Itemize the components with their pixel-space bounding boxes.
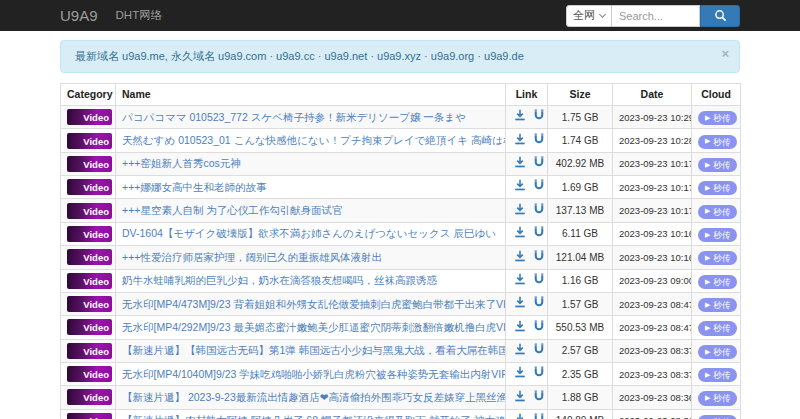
download-icon[interactable] xyxy=(514,273,526,289)
category-badge-video[interactable]: Video xyxy=(67,156,112,172)
cloud-instant-upload-button[interactable]: ▶ 秒传 xyxy=(698,368,737,382)
torrent-name-link[interactable]: 无水印[MP4/292M]9/23 最美媚态蜜汁嫩鲍美少肛逼蜜穴阴蒂刺激翻倍嫩机… xyxy=(122,321,506,333)
cloud-button-label: 秒传 xyxy=(713,277,730,287)
cloud-button-label: 秒传 xyxy=(713,183,730,193)
torrent-name-link[interactable]: 【新速片遞】农村熟女阿姨 阿姨几岁了 68 帽子都还没来得及取下 就开始了 被大… xyxy=(122,414,506,419)
nav-link-dht[interactable]: DHT网络 xyxy=(116,8,163,23)
category-badge-video[interactable]: Video xyxy=(67,249,112,265)
date-cell: 2023-09-23 08:36:49 xyxy=(613,386,692,409)
category-badge-video[interactable]: Video xyxy=(67,133,112,149)
play-icon: ▶ xyxy=(705,324,710,332)
cloud-instant-upload-button[interactable]: ▶ 秒传 xyxy=(698,158,737,172)
category-badge-video[interactable]: Video xyxy=(67,226,112,242)
cloud-instant-upload-button[interactable]: ▶ 秒传 xyxy=(698,321,737,335)
search-group: 全网 xyxy=(566,5,740,27)
cloud-instant-upload-button[interactable]: ▶ 秒传 xyxy=(698,181,737,195)
size-cell: 2.57 GB xyxy=(548,339,613,362)
cloud-instant-upload-button[interactable]: ▶ 秒传 xyxy=(698,275,737,289)
download-icon[interactable] xyxy=(514,343,526,359)
cloud-instant-upload-button[interactable]: ▶ 秒传 xyxy=(698,345,737,359)
magnet-icon[interactable] xyxy=(533,179,545,195)
magnet-icon[interactable] xyxy=(533,366,545,382)
magnet-icon[interactable] xyxy=(533,413,545,419)
cloud-instant-upload-button[interactable]: ▶ 秒传 xyxy=(698,415,737,419)
download-icon[interactable] xyxy=(514,133,526,149)
magnet-icon[interactable] xyxy=(533,390,545,406)
torrent-name-link[interactable]: 无水印[MP4/1040M]9/23 学妹吃鸡啪啪小娇乳白虎粉穴被各种姿势无套输… xyxy=(122,368,506,380)
category-badge-video[interactable]: Video xyxy=(67,413,112,419)
cloud-instant-upload-button[interactable]: ▶ 秒传 xyxy=(698,298,737,312)
name-cell: パコパコママ 010523_772 スケベ椅子持参！新米デリソープ嬢 一条まや xyxy=(116,106,506,129)
magnet-icon[interactable] xyxy=(533,320,545,336)
download-icon[interactable] xyxy=(514,109,526,125)
category-badge-video[interactable]: Video xyxy=(67,366,112,382)
torrent-name-link[interactable]: +++星空素人自制 为了心仪工作勾引献身面试官 xyxy=(122,204,343,216)
torrent-name-link[interactable]: 无水印[MP4/473M]9/23 背着姐姐和外甥女乱伦做爱抽刺白虎蜜鲍白带都干… xyxy=(122,298,506,310)
category-badge-video[interactable]: Video xyxy=(67,389,112,405)
cloud-instant-upload-button[interactable]: ▶ 秒传 xyxy=(698,251,737,265)
magnet-icon[interactable] xyxy=(533,343,545,359)
size-cell: 402.92 MB xyxy=(548,152,613,175)
download-icon[interactable] xyxy=(514,413,526,419)
download-icon[interactable] xyxy=(514,366,526,382)
cloud-instant-upload-button[interactable]: ▶ 秒传 xyxy=(698,111,737,125)
cloud-cell: ▶ 秒传 xyxy=(692,269,741,292)
magnet-icon[interactable] xyxy=(533,133,545,149)
search-input[interactable] xyxy=(612,5,700,27)
play-icon: ▶ xyxy=(705,254,710,262)
cloud-instant-upload-button[interactable]: ▶ 秒传 xyxy=(698,135,737,149)
search-button[interactable] xyxy=(700,5,740,27)
torrent-name-link[interactable]: パコパコママ 010523_772 スケベ椅子持参！新米デリソープ嬢 一条まや xyxy=(122,111,466,123)
magnet-icon[interactable] xyxy=(533,296,545,312)
torrent-name-link[interactable]: 奶牛水蛙哺乳期的巨乳少妇，奶水在滴答狼友想喝吗，丝袜高跟诱惑 xyxy=(122,274,437,286)
brand-logo[interactable]: U9A9 xyxy=(60,7,98,24)
category-badge-video[interactable]: Video xyxy=(67,179,112,195)
cloud-cell: ▶ 秒传 xyxy=(692,339,741,362)
category-badge-video[interactable]: Video xyxy=(67,319,112,335)
download-icon[interactable] xyxy=(514,296,526,312)
category-badge-video[interactable]: Video xyxy=(67,273,112,289)
cloud-instant-upload-button[interactable]: ▶ 秒传 xyxy=(698,205,737,219)
category-badge-video[interactable]: Video xyxy=(67,109,112,125)
category-badge-video[interactable]: Video xyxy=(67,203,112,219)
download-icon[interactable] xyxy=(514,156,526,172)
torrent-name-link[interactable]: DV-1604【モザイク破壊版】欲求不満お姉さんのえげつないセックス 辰巳ゆい xyxy=(122,227,496,239)
download-icon[interactable] xyxy=(514,203,526,219)
name-cell: 无水印[MP4/292M]9/23 最美媚态蜜汁嫩鲍美少肛逼蜜穴阴蒂刺激翻倍嫩机… xyxy=(116,316,506,339)
download-icon[interactable] xyxy=(514,390,526,406)
link-cell xyxy=(506,176,548,199)
torrent-name-link[interactable]: +++窑姐新人首秀cos元神 xyxy=(122,157,241,169)
cloud-instant-upload-button[interactable]: ▶ 秒传 xyxy=(698,228,737,242)
results-table: Category Name Link Size Date Cloud Video… xyxy=(60,83,741,419)
cloud-cell: ▶ 秒传 xyxy=(692,176,741,199)
close-icon[interactable]: × xyxy=(721,47,729,60)
link-cell xyxy=(506,386,548,409)
download-icon[interactable] xyxy=(514,320,526,336)
search-icon xyxy=(714,9,727,22)
download-icon[interactable] xyxy=(514,250,526,266)
category-badge-video[interactable]: Video xyxy=(67,296,112,312)
magnet-icon[interactable] xyxy=(533,156,545,172)
link-cell xyxy=(506,269,548,292)
name-cell: 【新速片遞】 2023-9-23最新流出情趣酒店❤高清偷拍外围乖巧女反差婊穿上黑… xyxy=(116,386,506,409)
size-cell: 121.04 MB xyxy=(548,246,613,269)
torrent-name-link[interactable]: +++性爱治疗师居家护理，阔别已久的重振雄风体液射出 xyxy=(122,251,382,263)
magnet-icon[interactable] xyxy=(533,203,545,219)
download-icon[interactable] xyxy=(514,179,526,195)
magnet-icon[interactable] xyxy=(533,226,545,242)
magnet-icon[interactable] xyxy=(533,273,545,289)
torrent-name-link[interactable]: 天然むすめ 010523_01 こんな快感他にない！プチ拘束プレイで絶頂イキ 高… xyxy=(122,134,506,146)
download-icon[interactable] xyxy=(514,226,526,242)
cloud-instant-upload-button[interactable]: ▶ 秒传 xyxy=(698,391,737,405)
torrent-name-link[interactable]: 【新速片遞】 2023-9-23最新流出情趣酒店❤高清偷拍外围乖巧女反差婊穿上黑… xyxy=(122,391,506,403)
magnet-icon[interactable] xyxy=(533,250,545,266)
magnet-icon[interactable] xyxy=(533,109,545,125)
torrent-name-link[interactable]: 【新速片遞】【韩国远古无码】第1弹 韩国远古小少妇与黑鬼大战，看着大屌在韩国女人… xyxy=(122,344,506,356)
table-row: Video 【新速片遞】农村熟女阿姨 阿姨几岁了 68 帽子都还没来得及取下 就… xyxy=(61,409,741,419)
name-cell: 无水印[MP4/1040M]9/23 学妹吃鸡啪啪小娇乳白虎粉穴被各种姿势无套输… xyxy=(116,362,506,385)
torrent-name-link[interactable]: +++娜娜女高中生和老師的故事 xyxy=(122,181,266,193)
table-row: Video +++性爱治疗师居家护理，阔别已久的重振雄风体液射出 121.04 … xyxy=(61,246,741,269)
category-badge-video[interactable]: Video xyxy=(67,343,112,359)
search-scope-select[interactable]: 全网 xyxy=(566,5,612,27)
cloud-button-label: 秒传 xyxy=(713,160,730,170)
